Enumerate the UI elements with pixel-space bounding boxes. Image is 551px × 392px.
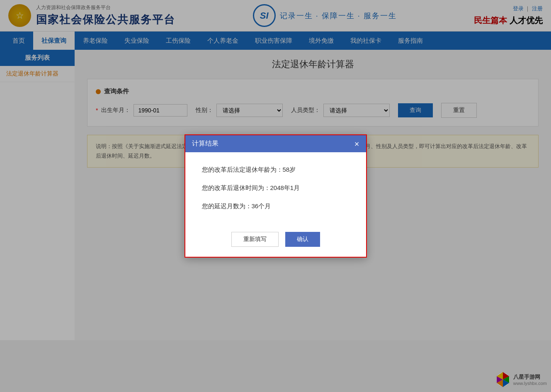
modal-footer: 重新填写 确认 <box>185 228 366 257</box>
result-modal: 计算结果 × 您的改革后法定退休年龄为：58岁 您的改革后退休时间为：2048年… <box>184 134 367 258</box>
modal-overlay: 计算结果 × 您的改革后法定退休年龄为：58岁 您的改革后退休时间为：2048年… <box>0 0 551 340</box>
modal-header: 计算结果 × <box>185 135 366 152</box>
confirm-button[interactable]: 确认 <box>285 232 320 247</box>
modal-close-button[interactable]: × <box>354 140 359 148</box>
result-line-1: 您的改革后法定退休年龄为：58岁 <box>202 165 350 175</box>
modal-title: 计算结果 <box>192 139 218 148</box>
result-line-3: 您的延迟月数为：36个月 <box>202 201 350 211</box>
modal-body: 您的改革后法定退休年龄为：58岁 您的改革后退休时间为：2048年1月 您的延迟… <box>185 152 366 228</box>
result-line-2: 您的改革后退休时间为：2048年1月 <box>202 183 350 193</box>
refill-button[interactable]: 重新填写 <box>231 232 279 247</box>
